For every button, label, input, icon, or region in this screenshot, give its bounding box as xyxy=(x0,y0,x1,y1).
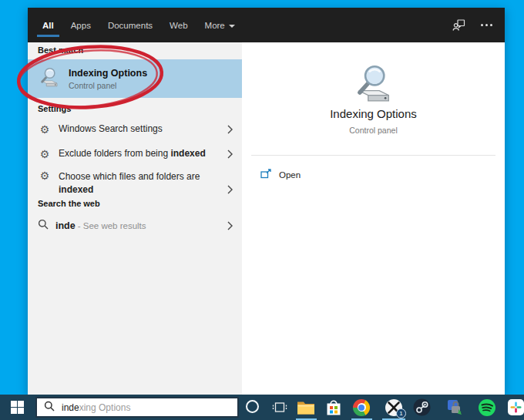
filter-tabs: All Apps Documents Web More xyxy=(34,8,244,42)
header-actions xyxy=(452,8,492,42)
active-tab-underline xyxy=(37,35,59,37)
microsoft-store-icon[interactable] xyxy=(323,395,344,420)
search-flyout-header: All Apps Documents Web More xyxy=(28,8,505,42)
best-match-text: Indexing Options Control panel xyxy=(69,68,147,90)
web-query-text: inde xyxy=(55,220,76,231)
chevron-down-icon xyxy=(229,25,235,28)
search-web-section-label: Search the web xyxy=(38,199,100,208)
file-explorer-icon[interactable] xyxy=(295,395,317,420)
chevron-right-icon xyxy=(227,150,234,159)
cortana-button[interactable] xyxy=(246,400,259,413)
chevron-right-icon xyxy=(227,221,234,230)
preview-divider xyxy=(251,155,495,156)
slack-icon[interactable] xyxy=(505,395,524,420)
open-action[interactable]: Open xyxy=(242,163,505,186)
results-pane: Best match Indexing Options xyxy=(28,42,242,395)
preview-pane: Indexing Options Control panel Open xyxy=(242,42,505,395)
settings-item-label: Choose which files and folders are index… xyxy=(59,170,207,197)
indexing-options-icon-large xyxy=(242,62,505,104)
settings-item-windows-search-settings[interactable]: ⚙ Windows Search settings xyxy=(28,117,242,142)
chrome-icon[interactable] xyxy=(351,395,372,420)
indexing-options-icon xyxy=(38,66,61,91)
taskbar: inde xing Options xyxy=(0,395,524,420)
tab-apps-label: Apps xyxy=(71,21,91,30)
windows-logo-icon xyxy=(11,401,24,414)
start-button[interactable] xyxy=(0,395,34,420)
search-icon xyxy=(38,219,49,233)
search-flyout-body: Best match Indexing Options xyxy=(28,42,505,395)
tab-more-label: More xyxy=(205,21,225,30)
taskbar-search-box[interactable]: inde xing Options xyxy=(35,397,239,418)
feedback-icon[interactable] xyxy=(452,18,465,32)
tab-web[interactable]: Web xyxy=(161,8,196,42)
settings-item-label: Exclude folders from being indexed xyxy=(59,147,227,160)
search-flyout-window: All Apps Documents Web More xyxy=(28,8,505,395)
web-search-result[interactable]: inde - See web results xyxy=(28,213,242,238)
tab-documents-label: Documents xyxy=(108,21,153,30)
spotify-icon[interactable] xyxy=(476,395,498,420)
open-action-label: Open xyxy=(279,170,301,180)
xbox-notification-badge: 1 xyxy=(396,408,406,418)
chevron-right-icon xyxy=(227,125,234,134)
open-window-icon xyxy=(260,168,271,182)
ellipsis-icon[interactable] xyxy=(481,24,492,26)
xbox-icon[interactable]: 1 xyxy=(381,395,407,420)
best-match-title: Indexing Options xyxy=(69,68,147,79)
search-icon xyxy=(44,401,55,415)
settings-item-choose-files-folders[interactable]: ⚙ Choose which files and folders are ind… xyxy=(28,166,242,202)
best-match-result[interactable]: Indexing Options Control panel xyxy=(28,59,242,98)
best-match-section-label: Best match xyxy=(38,45,83,55)
task-view-button[interactable] xyxy=(269,395,291,420)
tab-all-label: All xyxy=(42,21,54,30)
preview-title: Indexing Options xyxy=(242,107,505,120)
search-typed-text: inde xyxy=(62,402,79,413)
gear-icon: ⚙ xyxy=(38,124,52,135)
settings-section-label: Settings xyxy=(38,104,71,113)
settings-item-label: Windows Search settings xyxy=(59,123,227,136)
steam-icon[interactable] xyxy=(411,395,432,420)
tab-more[interactable]: More xyxy=(196,8,244,42)
secure-sync-app-icon[interactable] xyxy=(445,395,466,420)
search-suggestion-text: xing Options xyxy=(79,402,131,413)
preview-subtitle: Control panel xyxy=(242,126,505,135)
web-suggestion-text: - See web results xyxy=(78,221,146,230)
tab-documents[interactable]: Documents xyxy=(99,8,161,42)
tab-web-label: Web xyxy=(170,21,187,30)
tab-all[interactable]: All xyxy=(34,8,62,42)
gear-icon: ⚙ xyxy=(38,149,52,160)
tab-apps[interactable]: Apps xyxy=(62,8,99,42)
settings-item-exclude-folders[interactable]: ⚙ Exclude folders from being indexed xyxy=(28,142,242,166)
best-match-subtitle: Control panel xyxy=(69,81,147,90)
gear-icon: ⚙ xyxy=(38,170,52,181)
chevron-right-icon xyxy=(227,185,234,194)
desktop: All Apps Documents Web More xyxy=(0,0,524,420)
